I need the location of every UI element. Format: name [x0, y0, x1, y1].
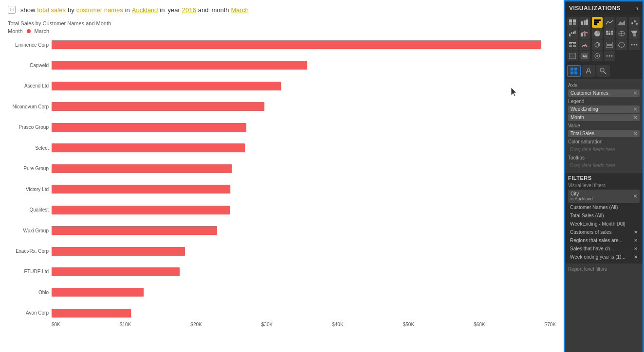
- query-bar: ☐ show total sales by customer names in …: [8, 6, 556, 14]
- viz-icon-pie[interactable]: [592, 28, 603, 39]
- viz-icon-waterfall[interactable]: [567, 28, 578, 39]
- viz-icon-scatter[interactable]: [629, 17, 640, 28]
- bar[interactable]: [52, 164, 232, 173]
- fields-section: Axis Customer Names ✕ Legend WeekEnding …: [565, 79, 643, 171]
- svg-rect-9: [594, 23, 597, 25]
- visual-level-filters-label: Visual level filters: [568, 183, 640, 188]
- filter-week-ending-year[interactable]: Week ending year is (1)... ✕: [568, 253, 640, 261]
- bar[interactable]: [52, 40, 541, 49]
- viz-icon-shape-map[interactable]: [616, 39, 627, 50]
- svg-rect-13: [569, 34, 570, 36]
- bar[interactable]: [52, 288, 144, 297]
- bar[interactable]: [52, 247, 185, 256]
- legend-field-month[interactable]: Month ✕: [568, 114, 640, 121]
- filter-total-sales[interactable]: Total Sales (All): [568, 212, 640, 219]
- query-value-year: 2016: [182, 6, 196, 14]
- svg-point-11: [634, 20, 636, 22]
- bar-row: [52, 121, 556, 134]
- svg-point-10: [631, 22, 633, 24]
- filters-header: FILTERS: [568, 175, 640, 181]
- filter-regions[interactable]: Regions that sales are... ✕: [568, 237, 640, 244]
- viz-icon-horizontal-bar[interactable]: [592, 17, 603, 28]
- svg-rect-3: [573, 22, 576, 25]
- query-word-year: year: [167, 6, 180, 14]
- y-axis-label: Pure Group: [23, 162, 49, 176]
- filter-sales-that-have-remove[interactable]: ✕: [634, 246, 638, 251]
- viz-icon-globe[interactable]: [592, 39, 603, 50]
- bar-row: [52, 162, 556, 176]
- viz-icon-map[interactable]: [616, 28, 627, 39]
- viz-panel-header: VISUALIZATIONS ›: [565, 1, 643, 15]
- filter-customers-of-sales[interactable]: Customers of sales ✕: [568, 229, 640, 236]
- viz-icon-area[interactable]: [616, 17, 627, 28]
- viz-icon-r4-2[interactable]: Aa: [579, 51, 590, 61]
- filter-customers-of-sales-remove[interactable]: ✕: [634, 229, 638, 235]
- legend-field-weekending[interactable]: WeekEnding ✕: [568, 106, 640, 113]
- y-axis-label: Qualitest: [30, 203, 49, 217]
- viz-icon-r4-3[interactable]: [592, 51, 603, 61]
- bar-row: [52, 141, 556, 155]
- svg-rect-23: [606, 33, 608, 35]
- svg-rect-36: [569, 46, 572, 47]
- filter-sales-that-have[interactable]: Sales that have ch... ✕: [568, 245, 640, 252]
- bar-row: [52, 100, 556, 113]
- viz-icon-matrix[interactable]: [604, 28, 615, 39]
- viz-icons-grid: Aa: [565, 15, 643, 63]
- bar[interactable]: [52, 206, 230, 214]
- svg-rect-59: [574, 71, 577, 74]
- x-axis-tick: $20K: [190, 322, 202, 327]
- legend-month-text: Month: [570, 115, 584, 120]
- filter-week-ending-year-remove[interactable]: ✕: [634, 254, 638, 260]
- viz-icon-stacked-bar[interactable]: [567, 17, 578, 28]
- viz-icon-table[interactable]: [567, 39, 578, 50]
- viz-icon-bar[interactable]: [579, 17, 590, 28]
- bar[interactable]: [52, 185, 230, 194]
- value-field-remove[interactable]: ✕: [633, 131, 637, 136]
- bars-container: [52, 38, 556, 320]
- viz-tab-analytics[interactable]: [596, 65, 610, 77]
- svg-rect-16: [574, 31, 576, 34]
- bar[interactable]: [52, 61, 307, 70]
- query-word-show: show: [20, 6, 35, 14]
- chart-legend: Month March: [8, 28, 556, 34]
- bar[interactable]: [52, 143, 245, 152]
- bar[interactable]: [52, 123, 246, 132]
- filter-week-ending-year-label: Week ending year is (1)...: [570, 254, 626, 260]
- bar-row: [52, 245, 556, 258]
- viz-icon-funnel[interactable]: [629, 28, 640, 39]
- axis-field-remove[interactable]: ✕: [633, 90, 637, 96]
- filter-regions-label: Regions that sales are...: [570, 238, 623, 243]
- axis-field-pill[interactable]: Customer Names ✕: [568, 89, 640, 97]
- legend-label: Month: [8, 28, 23, 34]
- bar[interactable]: [52, 102, 264, 111]
- bar[interactable]: [52, 82, 281, 90]
- svg-point-54: [609, 55, 610, 57]
- value-field-pill[interactable]: Total Sales ✕: [568, 130, 640, 137]
- viz-icon-card[interactable]: [604, 39, 615, 50]
- y-axis-label: Select: [35, 141, 49, 155]
- bar[interactable]: [52, 267, 180, 276]
- legend-weekending-remove[interactable]: ✕: [633, 106, 637, 112]
- filter-weekending-month[interactable]: WeekEnding - Month (All): [568, 220, 640, 228]
- viz-panel-title: VISUALIZATIONS: [569, 5, 621, 12]
- bar[interactable]: [52, 226, 217, 235]
- viz-tab-fields[interactable]: [567, 65, 581, 77]
- viz-icon-r4-1[interactable]: [567, 51, 578, 61]
- viz-icon-gauge[interactable]: [579, 39, 590, 50]
- x-axis-tick: $40K: [332, 322, 343, 327]
- viz-icon-more[interactable]: [629, 39, 640, 50]
- filter-regions-remove[interactable]: ✕: [634, 238, 638, 243]
- legend-month-remove[interactable]: ✕: [633, 115, 637, 120]
- y-axis-label: Exact-Rx. Corp: [16, 245, 49, 258]
- svg-rect-33: [573, 43, 576, 44]
- bar[interactable]: [52, 309, 131, 317]
- city-filter-remove[interactable]: ✕: [633, 194, 637, 199]
- viz-tab-format[interactable]: [582, 65, 595, 77]
- filter-customer-names[interactable]: Customer Names (All): [568, 204, 640, 211]
- viz-icon-combo[interactable]: [579, 28, 590, 39]
- viz-panel-chevron[interactable]: ›: [636, 4, 639, 12]
- viz-icon-line[interactable]: [604, 17, 615, 28]
- viz-icon-r4-4[interactable]: [604, 51, 615, 61]
- city-filter[interactable]: City is Auckland ✕: [568, 190, 640, 203]
- svg-rect-24: [608, 33, 610, 35]
